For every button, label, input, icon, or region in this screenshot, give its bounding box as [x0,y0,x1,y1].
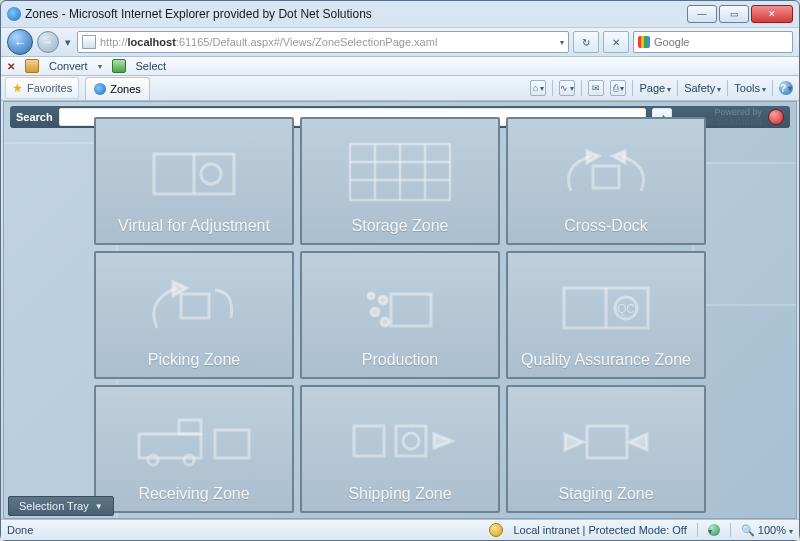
zoom-control[interactable]: 🔍 100% [741,524,793,537]
tile-label: Production [362,351,439,369]
safety-menu[interactable]: Safety [684,82,721,94]
command-bar: ⌂ ∿ ✉ ⎙ Page Safety Tools ? [530,77,793,99]
refresh-button[interactable]: ↻ [573,31,599,53]
tile-storage-zone[interactable]: Storage Zone [300,117,500,245]
status-text: Done [7,524,33,536]
svg-point-30 [403,433,419,449]
tile-quality-assurance-zone[interactable]: QC Quality Assurance Zone [506,251,706,379]
svg-marker-34 [629,434,647,450]
forward-button[interactable]: → [37,31,59,53]
page-icon [82,35,96,49]
selection-tray-label: Selection Tray [19,500,89,512]
history-dropdown[interactable]: ▾ [63,36,73,49]
svg-rect-9 [593,166,619,188]
minimize-button[interactable]: — [687,5,717,23]
brand-logo-icon [768,109,784,125]
svg-point-25 [148,455,158,465]
tab-title: Zones [110,83,141,95]
convert-toolbar: ✕ Convert ▾ Select [1,57,799,76]
tile-label: Staging Zone [558,485,653,503]
storage-illustration [302,129,498,213]
receiving-illustration [96,397,292,481]
convert-dropdown-icon[interactable]: ▾ [98,62,102,71]
security-zone-label: Local intranet | Protected Mode: Off [513,524,686,536]
url-text: http://localhost:61165/Default.aspx#/Vie… [100,36,556,48]
tile-label: Virtual for Adjustment [118,217,270,235]
svg-rect-14 [391,294,431,326]
select-button[interactable]: Select [136,60,167,72]
browser-search-box[interactable]: Google [633,31,793,53]
svg-marker-10 [587,151,599,163]
tile-label: Shipping Zone [348,485,451,503]
tile-receiving-zone[interactable]: Receiving Zone [94,385,294,513]
svg-rect-32 [587,426,627,458]
tile-shipping-zone[interactable]: Shipping Zone [300,385,500,513]
ie-icon [7,7,21,21]
svg-rect-12 [181,294,209,318]
page-content: Search ➜ Powered byDot Net Solutions Vir… [3,101,797,519]
star-icon: ★ [12,81,23,95]
tile-staging-zone[interactable]: Staging Zone [506,385,706,513]
svg-point-15 [379,296,387,304]
adjustment-illustration [96,129,292,213]
tile-label: Quality Assurance Zone [521,351,691,369]
back-button[interactable]: ← [7,29,33,55]
tab-zones[interactable]: Zones [85,77,150,100]
svg-text:QC: QC [617,302,635,316]
shipping-illustration [302,397,498,481]
search-label: Search [16,111,53,123]
window-title: Zones - Microsoft Internet Explorer prov… [25,7,372,21]
close-button[interactable]: ✕ [751,5,793,23]
production-illustration [302,263,498,347]
convert-icon [25,59,39,73]
crossdock-illustration [508,129,704,213]
tile-label: Cross-Dock [564,217,648,235]
address-dropdown-icon[interactable]: ▾ [560,38,564,47]
close-toolbar-icon[interactable]: ✕ [7,61,15,72]
browser-window: Zones - Microsoft Internet Explorer prov… [0,0,800,541]
tile-production[interactable]: Production [300,251,500,379]
stop-button[interactable]: ✕ [603,31,629,53]
navigation-bar: ← → ▾ http://localhost:61165/Default.asp… [1,27,799,57]
address-bar[interactable]: http://localhost:61165/Default.aspx#/Vie… [77,31,569,53]
svg-rect-28 [354,426,384,456]
tile-label: Storage Zone [352,217,449,235]
svg-point-2 [201,164,221,184]
picking-illustration [96,263,292,347]
chevron-down-icon: ▼ [95,502,103,511]
tools-menu[interactable]: Tools [734,82,766,94]
favorites-label: Favorites [27,82,72,94]
tile-virtual-for-adjustment[interactable]: Virtual for Adjustment [94,117,294,245]
search-engine-label: Google [654,36,689,48]
print-button[interactable]: ⎙ [610,80,626,96]
svg-rect-29 [396,426,426,456]
maximize-button[interactable]: ▭ [719,5,749,23]
page-menu[interactable]: Page [639,82,671,94]
svg-rect-27 [215,430,249,458]
convert-button[interactable]: Convert [49,60,88,72]
svg-point-18 [368,293,374,299]
mail-button[interactable]: ✉ [588,80,604,96]
svg-marker-33 [565,434,583,450]
qa-illustration: QC [508,263,704,347]
home-button[interactable]: ⌂ [530,80,546,96]
tile-label: Receiving Zone [138,485,249,503]
tab-icon [94,83,106,95]
feeds-button[interactable]: ∿ [559,80,575,96]
help-button[interactable]: ? [779,81,793,95]
tile-picking-zone[interactable]: Picking Zone [94,251,294,379]
internet-options-icon[interactable] [708,524,720,536]
svg-point-26 [184,455,194,465]
favorites-button[interactable]: ★ Favorites [5,77,79,99]
tile-cross-dock[interactable]: Cross-Dock [506,117,706,245]
selection-tray-button[interactable]: Selection Tray ▼ [8,496,114,516]
svg-marker-31 [434,434,452,448]
zone-grid: Virtual for Adjustment Storage Zone Cros… [94,117,706,513]
tile-label: Picking Zone [148,351,241,369]
svg-marker-11 [613,151,625,163]
google-icon [638,36,650,48]
svg-point-16 [371,308,379,316]
security-zone-icon [489,523,503,537]
status-bar: Done Local intranet | Protected Mode: Of… [1,519,799,540]
zoom-value: 100% [758,524,786,536]
